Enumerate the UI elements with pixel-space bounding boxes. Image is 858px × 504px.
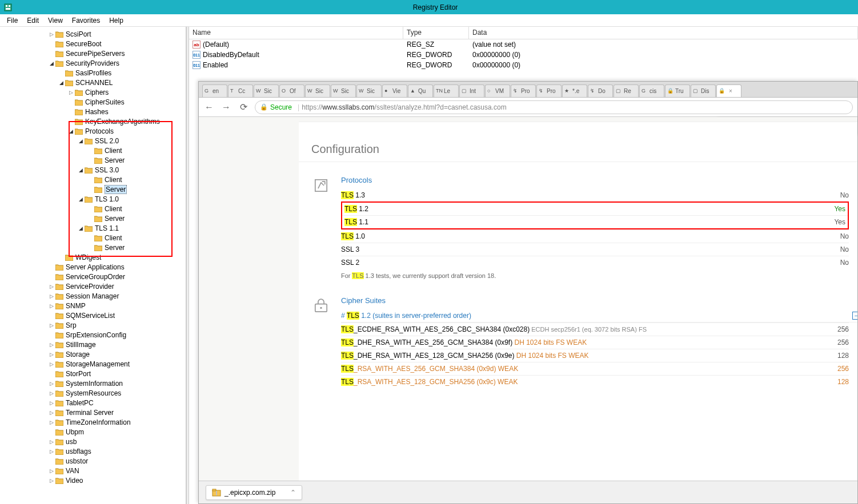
browser-tab[interactable]: Gcis <box>639 84 664 97</box>
tree-node[interactable]: ▷ScsiPort <box>0 29 186 39</box>
tree-node[interactable]: SecureBoot <box>0 39 186 49</box>
browser-tab[interactable]: ▲Qu <box>408 84 433 97</box>
expand-icon[interactable]: ▷ <box>49 478 54 483</box>
browser-tab[interactable]: ▢Int <box>459 84 484 97</box>
col-header-data[interactable]: Data <box>469 27 858 39</box>
tree-node[interactable]: StorPort <box>0 369 186 378</box>
tree-node[interactable]: ◢SCHANNEL <box>0 78 186 87</box>
tree-node[interactable]: SaslProfiles <box>0 68 186 78</box>
expand-icon[interactable] <box>87 177 93 183</box>
expand-icon[interactable] <box>49 458 54 464</box>
tree-node[interactable]: SrpExtensionConfig <box>0 330 186 340</box>
tree-node[interactable]: ▷Video <box>0 475 186 485</box>
expand-icon[interactable] <box>49 41 54 47</box>
tree-node[interactable]: ▷TabletPC <box>0 398 186 408</box>
value-row[interactable]: ab(Default)REG_SZ(value not set) <box>189 39 858 50</box>
expand-icon[interactable] <box>49 313 54 318</box>
forward-button[interactable]: → <box>220 102 232 113</box>
tree-node[interactable]: ◢Protocols <box>0 126 186 136</box>
download-item[interactable]: _.epicxp.com.zip ⌃ <box>206 485 302 500</box>
tree-node[interactable]: Server <box>0 155 186 165</box>
tree-node[interactable]: ▷TimeZoneInformation <box>0 417 186 427</box>
expand-icon[interactable]: ▷ <box>49 361 54 367</box>
expand-icon[interactable]: ◢ <box>68 128 74 134</box>
expand-icon[interactable]: ◢ <box>78 167 83 173</box>
expand-icon[interactable] <box>49 332 54 338</box>
tree-node[interactable]: ▷usb <box>0 437 186 446</box>
tree-node[interactable]: usbstor <box>0 456 186 466</box>
browser-tab[interactable]: ●Vie <box>382 84 407 97</box>
expand-icon[interactable]: ▷ <box>49 293 54 299</box>
browser-tab[interactable]: TNLe <box>434 84 459 97</box>
expand-icon[interactable] <box>87 216 93 221</box>
browser-tab[interactable]: 🔒× <box>716 84 741 97</box>
expand-icon[interactable]: ◢ <box>49 61 54 66</box>
col-header-name[interactable]: Name <box>189 27 403 39</box>
tree-node[interactable]: Client <box>0 233 186 243</box>
tree-node[interactable]: Ubpm <box>0 427 186 437</box>
expand-icon[interactable]: ▷ <box>49 390 54 396</box>
expand-icon[interactable] <box>68 109 74 115</box>
tree-node[interactable]: Server Applications <box>0 262 186 272</box>
tree-node[interactable]: Server <box>0 184 186 194</box>
browser-tab[interactable]: ↯Do <box>588 84 613 97</box>
expand-icon[interactable]: ▷ <box>49 31 54 37</box>
expand-icon[interactable] <box>49 51 54 57</box>
tree-node[interactable]: ◢TLS 1.0 <box>0 194 186 204</box>
tree-node[interactable]: ▷SNMP <box>0 301 186 311</box>
expand-icon[interactable] <box>87 148 93 154</box>
tree-node[interactable]: ▷StorageManagement <box>0 359 186 369</box>
tree-node[interactable]: ▷StillImage <box>0 340 186 349</box>
browser-tab[interactable]: ○VM <box>485 84 510 97</box>
value-list[interactable]: ab(Default)REG_SZ(value not set)011Disab… <box>189 39 858 70</box>
expand-icon[interactable]: ◢ <box>78 138 83 144</box>
browser-tab[interactable]: WSic <box>356 84 382 97</box>
tree-node[interactable]: ▷SystemResources <box>0 388 186 398</box>
expand-icon[interactable] <box>68 99 74 105</box>
tree-node[interactable]: ◢TLS 1.1 <box>0 223 186 233</box>
expand-icon[interactable]: ◢ <box>58 80 64 86</box>
col-header-type[interactable]: Type <box>403 27 469 39</box>
expand-icon[interactable] <box>58 255 64 260</box>
expand-icon[interactable]: ▷ <box>49 468 54 474</box>
tree-node[interactable]: ▷Terminal Server <box>0 408 186 417</box>
browser-tab[interactable]: OOf <box>279 84 304 97</box>
tree-node[interactable]: Client <box>0 204 186 213</box>
tree-node[interactable]: ◢SSL 2.0 <box>0 136 186 146</box>
expand-icon[interactable] <box>49 371 54 377</box>
tree-node[interactable]: ▷Storage <box>0 349 186 359</box>
expand-icon[interactable]: ▷ <box>68 90 74 95</box>
tree-node[interactable]: SQMServiceList <box>0 311 186 320</box>
tree-node[interactable]: ServiceGroupOrder <box>0 272 186 281</box>
tree-node[interactable]: ▷Ciphers <box>0 87 186 97</box>
tree-node[interactable]: ◢SecurityProviders <box>0 58 186 68</box>
tree-node[interactable]: ▷usbflags <box>0 446 186 456</box>
tree-node[interactable]: CipherSuites <box>0 97 186 107</box>
expand-icon[interactable]: ▷ <box>49 439 54 445</box>
expand-icon[interactable] <box>49 274 54 280</box>
tree-node[interactable]: ▷Session Manager <box>0 291 186 301</box>
expand-icon[interactable] <box>87 206 93 212</box>
expand-icon[interactable]: ◢ <box>78 225 83 231</box>
registry-tree[interactable]: ▷ScsiPortSecureBootSecurePipeServers◢Sec… <box>0 27 186 504</box>
expand-icon[interactable] <box>87 187 93 192</box>
value-row[interactable]: 011DisabledByDefaultREG_DWORD0x00000000 … <box>189 50 858 60</box>
browser-tab[interactable]: ▢Dis <box>691 84 716 97</box>
tree-node[interactable]: Client <box>0 175 186 184</box>
page-viewport[interactable]: Configuration Protocols TLS 1.3NoTLS 1.2… <box>199 117 857 481</box>
browser-tab[interactable]: Gen <box>202 84 227 97</box>
expand-icon[interactable]: ▷ <box>49 322 54 328</box>
tree-node[interactable]: Hashes <box>0 107 186 116</box>
browser-tab[interactable]: ↯Pro <box>511 84 536 97</box>
browser-tab[interactable]: WSic <box>305 84 330 97</box>
browser-tab[interactable]: ↯Pro <box>536 84 562 97</box>
menu-help[interactable]: Help <box>105 15 128 26</box>
download-chevron-icon[interactable]: ⌃ <box>290 489 296 497</box>
expand-icon[interactable] <box>87 158 93 163</box>
tree-node[interactable]: ▷ServiceProvider <box>0 281 186 291</box>
tree-node[interactable]: SecurePipeServers <box>0 49 186 58</box>
tree-node[interactable]: WDigest <box>0 252 186 262</box>
browser-tab[interactable]: WSic <box>254 84 279 97</box>
tree-node[interactable]: ▷VAN <box>0 466 186 475</box>
expand-icon[interactable]: ◢ <box>78 196 83 202</box>
